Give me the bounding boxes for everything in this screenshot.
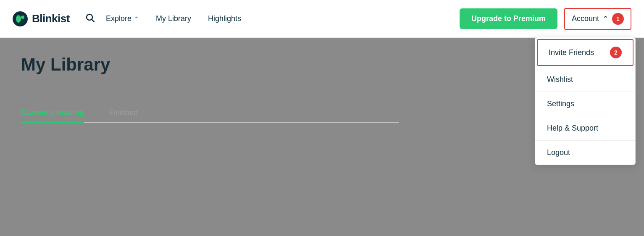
blinkist-logo-icon	[13, 11, 28, 26]
dropdown-item-settings[interactable]: Settings	[535, 92, 635, 116]
tab-currently-reading[interactable]: Currently reading	[21, 108, 84, 122]
search-button[interactable]	[82, 10, 97, 28]
upgrade-to-premium-button[interactable]: Upgrade to Premium	[460, 8, 557, 29]
nav-my-library[interactable]: My Library	[156, 14, 191, 23]
step-2-badge: 2	[610, 47, 622, 58]
nav-links: Explore ⌃ My Library Highlights	[106, 14, 460, 23]
account-button[interactable]: Account ⌃ 1	[564, 8, 631, 30]
tabs-row: Currently reading Finished	[21, 108, 399, 123]
logo-text: Blinkist	[32, 12, 70, 25]
account-dropdown-menu: Invite Friends 2 Wishlist Settings Help …	[535, 37, 636, 165]
header: Blinkist Explore ⌃ My Library Highlights…	[0, 0, 644, 38]
nav-highlights[interactable]: Highlights	[208, 14, 241, 23]
dropdown-item-logout[interactable]: Logout	[535, 141, 635, 165]
logo-area[interactable]: Blinkist	[13, 11, 70, 26]
chevron-up-icon: ⌃	[602, 14, 609, 24]
dropdown-item-help-support[interactable]: Help & Support	[535, 116, 635, 141]
tab-finished[interactable]: Finished	[109, 108, 138, 122]
search-icon	[85, 13, 95, 23]
chevron-down-icon: ⌃	[134, 16, 139, 22]
header-right: Upgrade to Premium Account ⌃ 1	[460, 8, 631, 30]
dropdown-item-invite-friends[interactable]: Invite Friends 2	[537, 39, 633, 66]
svg-point-2	[21, 16, 24, 19]
page-title: My Library	[21, 55, 623, 75]
svg-line-4	[92, 19, 94, 22]
nav-explore[interactable]: Explore ⌃	[106, 14, 139, 23]
svg-point-1	[16, 15, 21, 23]
step-1-badge: 1	[612, 13, 624, 25]
dropdown-item-wishlist[interactable]: Wishlist	[535, 68, 635, 92]
